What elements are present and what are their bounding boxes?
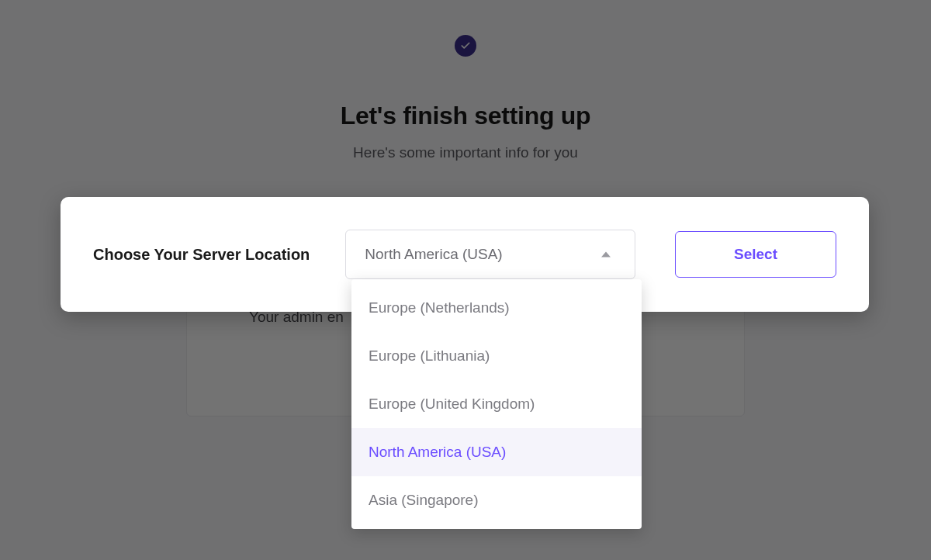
server-location-select[interactable]: North America (USA) — [345, 230, 635, 279]
modal-label: Choose Your Server Location — [93, 246, 310, 264]
option-asia-singapore[interactable]: Asia (Singapore) — [351, 476, 642, 524]
option-europe-lithuania[interactable]: Europe (Lithuania) — [351, 332, 642, 380]
caret-up-icon — [601, 252, 611, 258]
option-north-america-usa[interactable]: North America (USA) — [351, 428, 642, 476]
server-location-input[interactable]: North America (USA) — [345, 230, 635, 279]
option-europe-netherlands[interactable]: Europe (Netherlands) — [351, 284, 642, 332]
option-europe-uk[interactable]: Europe (United Kingdom) — [351, 380, 642, 428]
select-button[interactable]: Select — [675, 231, 836, 278]
server-location-dropdown: Europe (Netherlands) Europe (Lithuania) … — [351, 279, 642, 529]
